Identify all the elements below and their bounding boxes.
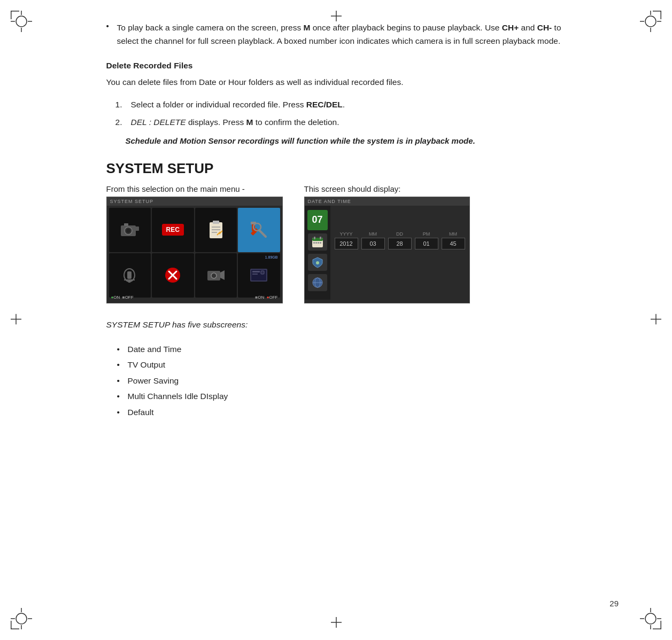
page-content: To play back a single camera on the scre… (42, 0, 630, 447)
svg-rect-75 (320, 242, 321, 244)
corner-mark-bl (11, 608, 32, 629)
dt-pm-group: PM 01 (415, 231, 438, 249)
storage-size: 1.89GB (265, 255, 278, 259)
right-screenshot-block: This screen should display: DATE AND TIM… (304, 184, 470, 303)
subscreen-multi-channels: Multi Channels Idle DIsplay (117, 388, 577, 404)
svg-rect-71 (320, 237, 321, 239)
svg-point-14 (16, 613, 27, 624)
ss-cell-camera (109, 208, 151, 252)
ss-cell-tools (238, 208, 280, 252)
dt-world-icon (308, 274, 327, 291)
svg-rect-74 (318, 242, 319, 244)
ss-cell-speaker (109, 253, 151, 298)
svg-point-7 (645, 16, 656, 27)
dt-yyyy-group: YYYY 2012 (335, 231, 358, 249)
dt-header-text: DATE AND TIME (305, 197, 469, 206)
delete-step-1: 1. Select a folder or individual recorde… (112, 98, 577, 112)
ss-header-text: SYSTEM SETUP (107, 197, 282, 206)
dt-dd-group: DD 28 (388, 231, 412, 249)
svg-rect-73 (315, 242, 317, 244)
corner-mark-br (640, 608, 661, 629)
svg-rect-20 (11, 621, 12, 629)
delete-note: Schedule and Motion Sensor recordings wi… (126, 135, 577, 147)
corner-mark-tr (640, 11, 661, 32)
ss-cell-storage: 1.89GB (238, 253, 280, 298)
page-number: 29 (609, 599, 619, 608)
svg-rect-56 (128, 280, 130, 283)
dt-calendar-icon (308, 233, 327, 251)
ss-cell-delete (152, 253, 194, 298)
system-setup-screenshot: SYSTEM SETUP REC (106, 197, 283, 303)
right-screenshot-label: This screen should display: (304, 184, 470, 193)
rec-badge: REC (162, 224, 184, 236)
subscreens-intro: SYSTEM SETUP has five subscreens: (106, 318, 577, 332)
delete-steps-list: 1. Select a folder or individual recorde… (106, 98, 577, 129)
svg-rect-70 (314, 237, 315, 239)
svg-point-62 (211, 273, 217, 278)
subscreen-power-saving: Power Saving (117, 373, 577, 388)
ss-cell-rec: REC (152, 208, 194, 252)
subscreen-date-time: Date and Time (117, 341, 577, 357)
dt-shield-icon (308, 254, 327, 271)
corner-mark-tl (11, 11, 32, 32)
dt-main-area: YYYY 2012 MM 03 DD 28 (330, 206, 469, 300)
delete-section-intro: You can delete files from Date or Hour f… (106, 76, 577, 89)
subscreen-tv-output: TV Output (117, 357, 577, 372)
dt-sidebar: 07 (305, 206, 330, 300)
svg-rect-13 (661, 11, 662, 19)
svg-line-51 (259, 230, 266, 237)
dt-body: 07 (305, 206, 469, 300)
svg-rect-67 (261, 271, 264, 274)
dt-fields-row: YYYY 2012 MM 03 DD 28 (335, 231, 465, 249)
dt-spacer (335, 210, 465, 226)
svg-point-76 (316, 261, 319, 264)
dt-min-group: MM 45 (442, 231, 465, 249)
svg-rect-40 (135, 227, 139, 231)
edge-mark-left (11, 314, 21, 326)
date-time-screenshot: DATE AND TIME 07 (304, 197, 470, 303)
subscreen-default: Default (117, 404, 577, 420)
svg-rect-42 (213, 221, 219, 224)
svg-rect-27 (661, 621, 662, 629)
subscreens-list: Date and Time TV Output Power Saving Mul… (106, 341, 577, 420)
edge-mark-right (651, 314, 661, 326)
intro-bullet: To play back a single camera on the scre… (106, 21, 577, 48)
left-screenshot-block: From this selection on the main menu - S… (106, 184, 283, 303)
svg-marker-61 (220, 270, 225, 280)
svg-rect-5 (11, 11, 19, 12)
svg-rect-6 (11, 11, 12, 19)
system-setup-title: SYSTEM SETUP (106, 160, 577, 177)
svg-point-0 (16, 16, 27, 27)
delete-step-2: 2. DEL : DELETE displays. Press M to con… (112, 116, 577, 129)
svg-rect-65 (252, 271, 260, 272)
dt-mm-group: MM 03 (361, 231, 385, 249)
ss-bottom-labels: ●ON ■OFF ■ON ●OFF (107, 295, 282, 300)
ss-icon-grid: REC (107, 206, 282, 300)
svg-rect-26 (653, 629, 661, 630)
svg-rect-66 (252, 274, 258, 275)
svg-rect-39 (124, 223, 128, 226)
svg-point-38 (126, 229, 130, 233)
svg-rect-53 (127, 271, 132, 279)
delete-section-heading: Delete Recorded Files (106, 61, 577, 71)
intro-text: To play back a single camera on the scre… (117, 21, 577, 48)
ss-cell-camera2 (195, 253, 237, 298)
svg-rect-19 (11, 629, 19, 630)
screenshots-row: From this selection on the main menu - S… (106, 184, 577, 303)
dt-date-number: 07 (307, 210, 328, 230)
svg-rect-12 (653, 11, 661, 12)
svg-rect-41 (210, 222, 222, 238)
svg-point-21 (645, 613, 656, 624)
edge-mark-bottom (331, 617, 342, 629)
svg-rect-72 (313, 242, 315, 244)
left-screenshot-label: From this selection on the main menu - (106, 184, 283, 193)
ss-cell-clipboard (195, 208, 237, 252)
